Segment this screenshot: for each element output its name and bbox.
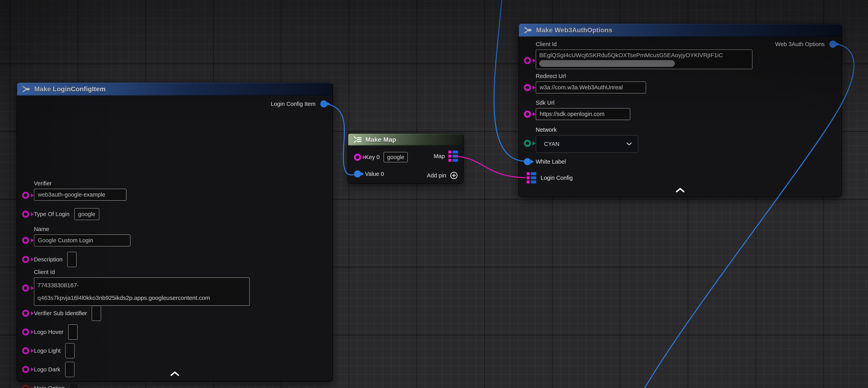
- output-pin-label: Login Config Item: [271, 101, 315, 107]
- pin-description[interactable]: [22, 256, 29, 263]
- pin-network[interactable]: [524, 140, 531, 147]
- pin-label-white-label: White Label: [536, 158, 566, 165]
- pin-client-id[interactable]: [524, 57, 531, 64]
- node-header-make-web3authoptions[interactable]: Make Web3AuthOptions: [519, 24, 842, 37]
- make-struct-icon: [524, 26, 532, 34]
- pin-web3auth-options-output[interactable]: [829, 40, 836, 48]
- pin-white-label[interactable]: [524, 158, 531, 165]
- sdk-url-input[interactable]: https://sdk.openlogin.com: [536, 108, 630, 120]
- pin-key-0[interactable]: [354, 154, 361, 161]
- node-title: Make Web3AuthOptions: [536, 26, 612, 34]
- description-input[interactable]: [67, 252, 77, 267]
- client-id-input[interactable]: BEglQSgt4cUWcj6SKRdu5QkOXTsePmMcusG5EAoy…: [536, 50, 752, 69]
- main-option-checkbox[interactable]: [69, 383, 79, 388]
- pin-label-verifier-sub-identifier: Verifier Sub Identifier: [34, 310, 87, 317]
- pin-sdk-url[interactable]: [524, 111, 531, 118]
- add-pin-button[interactable]: [450, 171, 458, 180]
- pin-label-type-of-login: Type Of Login: [34, 211, 69, 217]
- collapse-node-button[interactable]: [170, 371, 179, 377]
- chevron-down-icon: [626, 142, 632, 146]
- client-id-value: BEglQSgt4cUWcj6SKRdu5QkOXTsePmMcusG5EAoy…: [539, 52, 749, 59]
- client-id-horizontal-scrollbar[interactable]: [539, 60, 675, 67]
- make-map-icon: [353, 136, 362, 144]
- name-input[interactable]: Google Custom Login: [34, 234, 130, 246]
- network-dropdown[interactable]: CYAN: [536, 135, 638, 153]
- logo-dark-input[interactable]: [65, 362, 74, 377]
- pin-value-0[interactable]: [354, 170, 361, 177]
- pin-label-map: Map: [434, 153, 445, 159]
- node-header-make-loginconfigitem[interactable]: Make LoginConfigItem: [17, 83, 333, 96]
- node-make-web3authoptions: Make Web3AuthOptions Web 3Auth Options C…: [518, 23, 842, 197]
- pin-login-config[interactable]: [527, 172, 536, 184]
- pin-label-redirect-url: Redirect Url: [536, 73, 646, 80]
- node-make-loginconfigitem: Make LoginConfigItem Login Config Item V…: [17, 82, 333, 382]
- pin-label-sdk-url: Sdk Url: [536, 99, 630, 106]
- pin-label-name: Name: [34, 226, 130, 233]
- key-0-input[interactable]: google: [383, 152, 408, 162]
- pin-name[interactable]: [22, 237, 29, 244]
- make-struct-icon: [22, 85, 30, 93]
- pin-label-client-id: Client Id: [536, 41, 752, 48]
- pin-label-logo-hover: Logo Hover: [34, 329, 63, 335]
- pin-label-verifier: Verifier: [34, 180, 127, 187]
- logo-light-input[interactable]: [65, 343, 75, 358]
- pin-verifier[interactable]: [22, 192, 29, 199]
- pin-label-client-id: Client Id: [34, 269, 250, 275]
- redirect-url-input[interactable]: w3a://com.w3a.Web3AuthUnreal: [536, 82, 646, 93]
- pin-label-main-option: Main Option: [34, 385, 65, 388]
- pin-logo-hover[interactable]: [22, 328, 29, 335]
- pin-label-login-config: Login Config: [540, 175, 573, 181]
- pin-redirect-url[interactable]: [524, 84, 531, 91]
- logo-hover-input[interactable]: [68, 324, 78, 340]
- pin-label-logo-dark: Logo Dark: [34, 366, 60, 373]
- pin-label-network: Network: [536, 126, 638, 133]
- output-pin-label: Web 3Auth Options: [775, 41, 825, 48]
- wire-map-to-login-config[interactable]: [455, 156, 525, 178]
- client-id-line1: 774338308167-: [37, 279, 246, 292]
- pin-map-output[interactable]: [448, 151, 458, 162]
- verifier-sub-identifier-input[interactable]: [92, 306, 101, 321]
- type-of-login-input[interactable]: google: [74, 208, 99, 220]
- add-pin-label: Add pin: [427, 172, 446, 179]
- pin-verifier-sub-identifier[interactable]: [22, 310, 29, 317]
- collapse-node-button[interactable]: [676, 188, 684, 193]
- pin-label-logo-light: Logo Light: [34, 348, 61, 354]
- pin-type-of-login[interactable]: [22, 211, 29, 218]
- client-id-input[interactable]: 774338308167- q463s7kpvja16l4l0kko3nb925…: [34, 277, 250, 306]
- client-id-line2: q463s7kpvja16l4l0kko3nb925ikds2p.apps.go…: [37, 292, 246, 304]
- pin-label-value-0: Value 0: [365, 171, 384, 177]
- node-title: Make Map: [365, 136, 396, 143]
- network-selected-value: CYAN: [544, 141, 559, 147]
- verifier-input[interactable]: web3auth-google-example: [34, 189, 127, 201]
- pin-login-config-item-output[interactable]: [320, 100, 328, 108]
- node-header-make-map[interactable]: Make Map: [348, 134, 463, 146]
- node-make-map: Make Map Key 0 google Map Value 0 Add pi…: [348, 133, 464, 184]
- blueprint-canvas[interactable]: Make LoginConfigItem Login Config Item V…: [0, 0, 868, 388]
- pin-logo-dark[interactable]: [22, 366, 29, 373]
- pin-label-description: Description: [34, 256, 62, 263]
- pin-client-id[interactable]: [22, 285, 29, 292]
- pin-label-key-0: Key 0: [365, 154, 380, 160]
- pin-logo-light[interactable]: [22, 347, 29, 354]
- node-title: Make LoginConfigItem: [34, 85, 106, 93]
- pin-main-option[interactable]: [22, 385, 29, 388]
